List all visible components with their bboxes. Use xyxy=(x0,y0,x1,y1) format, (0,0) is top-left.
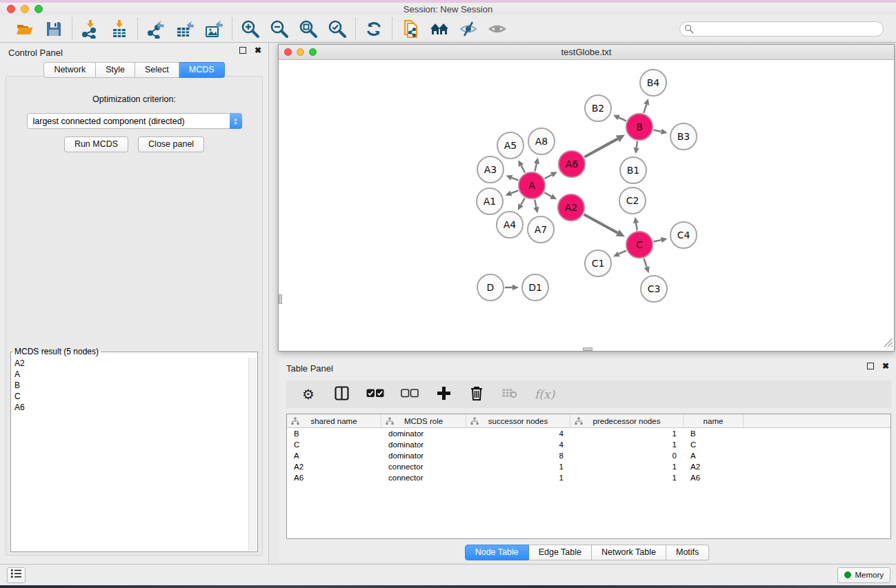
table-row[interactable]: Cdominator41C xyxy=(287,439,890,450)
graph-edge-A-A7[interactable] xyxy=(535,200,536,207)
graph-node-A1[interactable]: A1 xyxy=(477,188,503,214)
tab-style[interactable]: Style xyxy=(96,62,135,78)
vertical-scroll-nub[interactable] xyxy=(279,294,282,304)
close-panel-icon[interactable]: ✖ xyxy=(255,47,261,54)
open-file-button[interactable] xyxy=(14,18,36,40)
graph-edge-A-A4[interactable] xyxy=(521,198,525,205)
show-details-button[interactable] xyxy=(486,18,508,40)
graph-edge-B-B1[interactable] xyxy=(637,141,637,148)
result-scrollbar[interactable] xyxy=(248,358,257,551)
graph-node-B4[interactable]: B4 xyxy=(640,70,666,96)
graph-edge-A-A8[interactable] xyxy=(535,163,536,171)
graph-edge-A-A3[interactable] xyxy=(512,178,519,181)
graph-edge-A6-B[interactable] xyxy=(584,139,617,156)
float-panel-icon[interactable] xyxy=(867,363,874,369)
graph-edge-C-C4[interactable] xyxy=(654,240,661,241)
save-session-button[interactable] xyxy=(43,18,65,40)
memory-button[interactable]: Memory xyxy=(837,567,890,583)
graph-edge-A2-C[interactable] xyxy=(584,214,617,233)
graph-node-A3[interactable]: A3 xyxy=(477,156,504,183)
table-settings-button[interactable]: ⚙ xyxy=(300,385,317,404)
delete-table-button[interactable] xyxy=(501,385,518,404)
graph-node-C4[interactable]: C4 xyxy=(670,222,697,248)
graph-node-C[interactable]: C xyxy=(626,232,653,258)
mcds-result-item[interactable]: A2 xyxy=(12,358,248,369)
graph-node-A[interactable]: A xyxy=(519,172,545,199)
graph-edge-C-C2[interactable] xyxy=(636,223,637,231)
resize-grip-icon[interactable] xyxy=(884,338,893,350)
apply-function-button[interactable]: f(x) xyxy=(535,385,555,404)
graph-node-B2[interactable]: B2 xyxy=(585,95,611,121)
tab-mcds[interactable]: MCDS xyxy=(179,62,225,78)
graph-node-B3[interactable]: B3 xyxy=(670,123,697,150)
graph-node-A6[interactable]: A6 xyxy=(559,151,585,177)
graph-node-B1[interactable]: B1 xyxy=(620,157,646,183)
column-layout-button[interactable] xyxy=(333,385,350,404)
graph-edge-C-C3[interactable] xyxy=(644,258,647,267)
criterion-dropdown[interactable]: largest connected component (directed) ▲… xyxy=(27,113,242,129)
mcds-result-item[interactable]: A6 xyxy=(12,402,248,413)
table-row[interactable]: A6connector11A6 xyxy=(287,472,890,483)
export-table-button[interactable] xyxy=(174,18,196,40)
graph-edge-B-B3[interactable] xyxy=(654,130,661,131)
zoom-selected-button[interactable] xyxy=(326,18,348,40)
graph-node-B[interactable]: B xyxy=(626,114,653,140)
close-panel-icon[interactable]: ✖ xyxy=(882,363,889,369)
float-panel-icon[interactable] xyxy=(239,47,246,54)
home-button[interactable] xyxy=(428,18,450,40)
column-header-name[interactable]: name xyxy=(684,414,744,427)
mcds-result-item[interactable]: C xyxy=(12,391,248,402)
graph-edge-C-C1[interactable] xyxy=(619,251,626,254)
graph-node-C3[interactable]: C3 xyxy=(641,276,667,302)
column-header-successor-nodes[interactable]: successor nodes xyxy=(466,414,570,427)
network-window-titlebar[interactable]: testGlobe.txt xyxy=(279,45,894,60)
tab-node-table[interactable]: Node Table xyxy=(465,545,529,560)
tab-select[interactable]: Select xyxy=(135,62,179,78)
horizontal-scroll-nub[interactable] xyxy=(583,347,593,351)
hide-details-button[interactable] xyxy=(457,18,479,40)
export-network-button[interactable] xyxy=(145,18,167,40)
zoom-in-button[interactable] xyxy=(239,18,261,40)
zoom-out-button[interactable] xyxy=(268,18,290,40)
delete-rows-button[interactable] xyxy=(468,385,485,404)
graph-node-D[interactable]: D xyxy=(477,274,504,301)
column-header-shared-name[interactable]: shared name xyxy=(287,414,381,427)
table-row[interactable]: Bdominator41B xyxy=(287,428,890,439)
table-row[interactable]: A2connector11A2 xyxy=(287,461,890,472)
task-history-button[interactable] xyxy=(7,567,26,583)
add-row-button[interactable] xyxy=(435,385,452,404)
import-table-button[interactable] xyxy=(108,18,130,40)
graph-node-D1[interactable]: D1 xyxy=(522,274,548,301)
deselect-all-rows-button[interactable] xyxy=(401,385,419,404)
graph-node-C2[interactable]: C2 xyxy=(619,187,646,214)
graph-node-C1[interactable]: C1 xyxy=(585,250,611,276)
import-network-button[interactable] xyxy=(79,18,101,40)
export-image-button[interactable] xyxy=(203,18,225,40)
refresh-view-button[interactable] xyxy=(363,18,385,40)
select-all-rows-button[interactable] xyxy=(366,385,384,404)
column-header-mcds-role[interactable]: MCDS role xyxy=(381,414,466,427)
mcds-result-item[interactable]: A xyxy=(12,369,248,380)
table-row[interactable]: Adominator80A xyxy=(287,450,890,461)
graph-node-A8[interactable]: A8 xyxy=(528,128,555,154)
graph-node-A7[interactable]: A7 xyxy=(528,216,554,243)
column-header-predecessor-nodes[interactable]: predecessor nodes xyxy=(570,414,684,427)
close-panel-button[interactable]: Close panel xyxy=(138,136,204,152)
graph-edge-A-A1[interactable] xyxy=(511,190,518,193)
run-mcds-button[interactable]: Run MCDS xyxy=(64,136,128,152)
search-input[interactable] xyxy=(679,21,884,37)
tab-edge-table[interactable]: Edge Table xyxy=(529,545,592,560)
tab-network-table[interactable]: Network Table xyxy=(592,545,666,560)
graph-edge-A-A5[interactable] xyxy=(521,165,526,172)
mcds-result-item[interactable]: B xyxy=(12,380,248,391)
graph-edge-B-B4[interactable] xyxy=(644,104,646,112)
graph-edge-B-B2[interactable] xyxy=(619,118,626,121)
network-canvas-area[interactable]: B4B2BB3A8A5A6A3B1AC2A1A2A4A7C4CC1C3DD1 xyxy=(279,60,894,351)
tab-network[interactable]: Network xyxy=(43,62,96,78)
graph-node-A5[interactable]: A5 xyxy=(497,132,524,159)
zoom-fit-button[interactable] xyxy=(297,18,319,40)
tab-motifs[interactable]: Motifs xyxy=(666,545,709,560)
network-document-button[interactable] xyxy=(399,18,421,40)
graph-node-A2[interactable]: A2 xyxy=(558,194,584,221)
graph-node-A4[interactable]: A4 xyxy=(497,212,523,238)
